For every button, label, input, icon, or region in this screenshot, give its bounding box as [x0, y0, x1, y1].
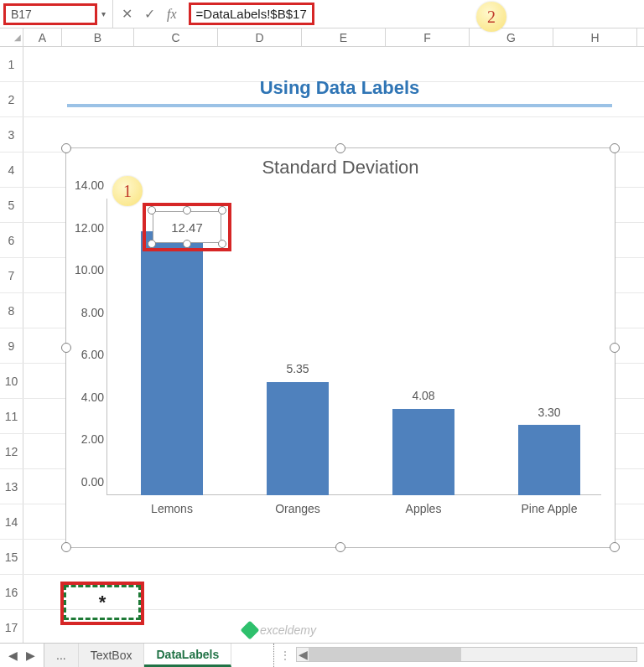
- row-header[interactable]: 8: [0, 293, 23, 328]
- copied-cell-B17[interactable]: *: [64, 585, 141, 620]
- data-label[interactable]: 4.08: [390, 389, 457, 402]
- col-header-H[interactable]: H: [553, 28, 637, 46]
- row-header[interactable]: 10: [0, 364, 23, 398]
- row-header[interactable]: 9: [0, 328, 23, 363]
- formula-input-container: =DataLabels!$B$17: [185, 1, 644, 27]
- x-category: Pine Apple: [503, 502, 595, 515]
- col-header-D[interactable]: D: [218, 28, 302, 46]
- sheet-tab-bar: ◀ ▶ ... TextBox DataLabels ⋮ ◀: [0, 643, 644, 667]
- bar-oranges[interactable]: [267, 382, 329, 495]
- row-header[interactable]: 16: [0, 575, 23, 609]
- x-category: Lemons: [126, 502, 218, 515]
- row-header[interactable]: 4: [0, 153, 23, 187]
- y-tick: 14.00: [67, 178, 104, 192]
- scrollbar-thumb[interactable]: [309, 648, 461, 661]
- select-all-triangle[interactable]: ◢: [0, 28, 23, 46]
- row-header[interactable]: 3: [0, 117, 23, 152]
- row-header[interactable]: 11: [0, 399, 23, 433]
- selection-handle[interactable]: [335, 542, 345, 552]
- name-box-dropdown-icon[interactable]: ▾: [97, 9, 109, 18]
- page-title: Using Data Labels: [67, 77, 612, 107]
- y-tick: 8.00: [67, 306, 104, 319]
- bar-lemons[interactable]: [141, 231, 203, 495]
- data-label[interactable]: 3.30: [516, 406, 583, 419]
- selection-handle[interactable]: [335, 143, 345, 153]
- tab-nav-arrows[interactable]: ◀ ▶: [0, 644, 44, 667]
- row-header[interactable]: 13: [0, 469, 23, 504]
- watermark-text: exceldemy: [260, 623, 316, 637]
- horizontal-scrollbar[interactable]: ◀: [296, 647, 637, 662]
- col-header-G[interactable]: G: [470, 28, 553, 46]
- bar-pineapple[interactable]: [518, 425, 580, 495]
- selection-handle[interactable]: [61, 143, 71, 153]
- label-handle[interactable]: [218, 206, 226, 215]
- label-handle[interactable]: [183, 206, 191, 215]
- watermark-icon: [241, 621, 260, 640]
- watermark: exceldemy: [243, 623, 316, 637]
- x-category: Apples: [377, 502, 470, 515]
- fx-icon[interactable]: fx: [167, 7, 177, 22]
- selection-handle[interactable]: [61, 542, 71, 552]
- row-header[interactable]: 1: [0, 47, 23, 81]
- selection-handle[interactable]: [610, 343, 620, 353]
- col-header-C[interactable]: C: [134, 28, 218, 46]
- col-header-A[interactable]: A: [23, 28, 62, 46]
- label-handle[interactable]: [148, 240, 156, 248]
- y-tick: 10.00: [67, 263, 104, 277]
- column-headers: ◢ A B C D E F G H: [0, 28, 644, 47]
- chart-title[interactable]: Standard Deviation: [66, 157, 615, 178]
- label-handle[interactable]: [183, 240, 191, 248]
- col-header-E[interactable]: E: [302, 28, 386, 46]
- name-box[interactable]: B17: [3, 3, 97, 25]
- data-label[interactable]: 5.35: [264, 362, 331, 375]
- bar-apples[interactable]: [392, 409, 454, 495]
- selected-data-label[interactable]: 12.47: [153, 211, 221, 243]
- col-header-F[interactable]: F: [386, 28, 470, 46]
- y-tick: 4.00: [67, 390, 104, 404]
- formula-bar-buttons: ✕ ✓ fx: [113, 6, 185, 22]
- selection-handle[interactable]: [610, 143, 620, 153]
- selection-handle[interactable]: [610, 542, 620, 552]
- col-header-B[interactable]: B: [62, 28, 134, 46]
- y-tick: 0.00: [67, 475, 104, 489]
- callout-badge-2: 2: [476, 2, 506, 32]
- callout-badge-1: 1: [112, 176, 143, 206]
- y-tick: 2.00: [67, 432, 104, 446]
- scroll-divider[interactable]: ⋮: [273, 644, 296, 667]
- row-header[interactable]: 12: [0, 434, 23, 468]
- row-header[interactable]: 5: [0, 188, 23, 222]
- label-handle[interactable]: [218, 240, 226, 248]
- row-header[interactable]: 7: [0, 258, 23, 292]
- selected-data-label-highlight: 12.47: [143, 203, 231, 251]
- cancel-icon[interactable]: ✕: [122, 6, 132, 22]
- name-box-container: B17 ▾: [0, 0, 113, 28]
- tab-ellipsis[interactable]: ...: [44, 644, 79, 667]
- confirm-icon[interactable]: ✓: [144, 6, 155, 22]
- formula-bar: B17 ▾ ✕ ✓ fx =DataLabels!$B$17: [0, 0, 644, 28]
- y-tick: 12.00: [67, 221, 104, 235]
- row-header[interactable]: 15: [0, 540, 23, 574]
- row-header[interactable]: 6: [0, 223, 23, 257]
- label-handle[interactable]: [148, 206, 156, 215]
- y-tick: 6.00: [67, 348, 104, 361]
- tab-prev-icon[interactable]: ◀: [8, 649, 18, 662]
- tab-textbox[interactable]: TextBox: [79, 644, 145, 667]
- row-header[interactable]: 14: [0, 504, 23, 539]
- row-header[interactable]: 17: [0, 610, 23, 644]
- formula-input[interactable]: =DataLabels!$B$17: [189, 3, 314, 25]
- tab-datalabels[interactable]: DataLabels: [144, 644, 231, 667]
- x-category: Oranges: [252, 502, 344, 515]
- tab-next-icon[interactable]: ▶: [26, 649, 35, 662]
- row-header[interactable]: 2: [0, 82, 23, 116]
